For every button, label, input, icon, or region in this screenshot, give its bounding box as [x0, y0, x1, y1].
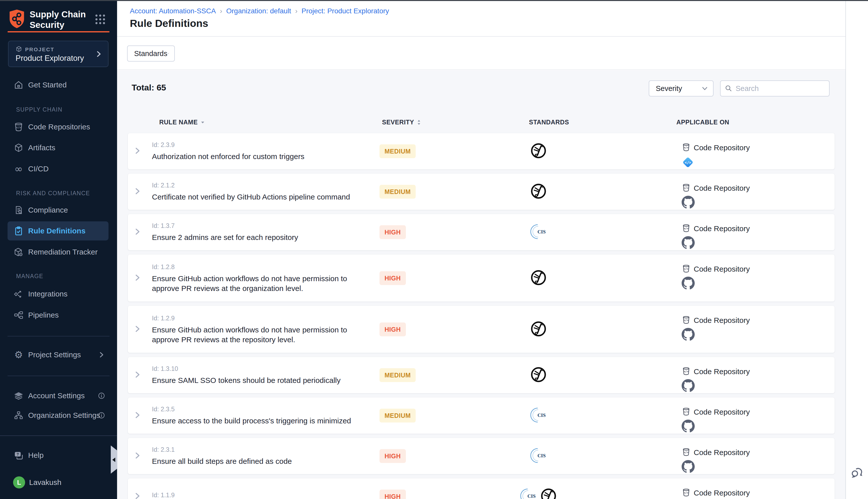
sidebar-item-cicd[interactable]: ∞ CI/CD	[8, 162, 109, 176]
sidebar-item-remediation-tracker[interactable]: Remediation Tracker	[8, 245, 109, 259]
severity-filter-dropdown[interactable]: Severity	[649, 81, 714, 97]
row-expand-chevron-icon[interactable]	[134, 228, 141, 236]
document-search-icon	[13, 205, 24, 216]
chevron-down-icon	[702, 85, 708, 92]
severity-badge: HIGH	[380, 490, 406, 499]
rule-name: Ensure 2 admins are set for each reposit…	[152, 232, 373, 242]
harness-code-icon	[682, 155, 694, 170]
sidebar-collapse-handle[interactable]	[111, 446, 117, 474]
sidebar-item-pipelines[interactable]: Pipelines	[8, 308, 109, 322]
severity-badge: HIGH	[380, 226, 406, 239]
owasp-standard-icon	[530, 320, 547, 338]
severity-badge: HIGH	[380, 322, 406, 336]
right-rail	[845, 1, 868, 499]
help-chat-icon: ?	[13, 450, 24, 461]
sidebar-item-rule-definitions[interactable]: Rule Definitions	[8, 221, 109, 241]
severity-badge: MEDIUM	[380, 368, 416, 382]
table-row[interactable]: Id: 2.1.2 Certificate not verified by Gi…	[128, 174, 834, 210]
sidebar-item-compliance[interactable]: Compliance	[8, 203, 109, 217]
info-icon[interactable]	[98, 392, 105, 399]
sidebar-section-supply-chain: SUPPLY CHAIN	[16, 106, 63, 113]
search-icon	[724, 84, 733, 93]
row-expand-chevron-icon[interactable]	[134, 492, 141, 499]
rule-id: Id: 2.1.2	[152, 182, 373, 189]
page-header: Account: Automation-SSCA › Organization:…	[117, 1, 846, 37]
rule-name: Ensure SAML SSO tokens should be rotated…	[152, 375, 373, 385]
row-expand-chevron-icon[interactable]	[134, 325, 141, 334]
table-row[interactable]: Id: 1.3.10 Ensure SAML SSO tokens should…	[128, 357, 834, 393]
sidebar-footer-divider	[0, 436, 117, 436]
chevron-right-icon	[95, 50, 102, 59]
table-row[interactable]: Id: 2.3.9 Authorization not enforced for…	[128, 133, 834, 169]
table-row[interactable]: Id: 1.3.7 Ensure 2 admins are set for ea…	[128, 214, 834, 250]
breadcrumb-separator-icon: ›	[295, 7, 297, 15]
applicable-on-label: Code Repository	[694, 367, 750, 376]
search-input[interactable]	[736, 84, 819, 93]
table-row[interactable]: Id: 1.2.9 Ensure GitHub action workflows…	[128, 306, 834, 353]
row-expand-chevron-icon[interactable]	[134, 187, 141, 196]
project-cube-icon	[15, 46, 22, 53]
breadcrumb-organization-link[interactable]: Organization: default	[226, 7, 291, 15]
rule-id: Id: 1.3.10	[152, 365, 373, 373]
applicable-on-label: Code Repository	[694, 224, 750, 233]
sidebar-section-manage: MANAGE	[16, 273, 44, 280]
sidebar-user-menu[interactable]: L Lavakush	[8, 475, 109, 489]
sidebar-item-code-repositories[interactable]: Code Repositories	[8, 120, 109, 134]
table-row[interactable]: Id: 1.1.9 HIGH Code Repository	[128, 478, 834, 499]
collapse-left-triangle-icon	[112, 458, 115, 462]
home-icon	[13, 80, 24, 90]
severity-badge: HIGH	[380, 449, 406, 463]
info-icon[interactable]	[98, 412, 105, 419]
column-header-rule-name[interactable]: RULE NAME	[159, 119, 205, 126]
clipboard-check-icon	[13, 226, 24, 236]
column-header-severity[interactable]: SEVERITY	[382, 119, 421, 126]
sidebar-item-help[interactable]: ? Help	[8, 448, 109, 462]
module-grid-icon[interactable]	[95, 14, 106, 26]
standards-filter-bar: Standards	[117, 37, 846, 70]
github-icon	[682, 277, 695, 291]
column-header-applicable-on: APPLICABLE ON	[677, 119, 729, 126]
applicable-on-label: Code Repository	[694, 489, 750, 497]
sidebar-item-get-started[interactable]: Get Started	[8, 78, 109, 92]
sidebar: Supply Chain Security PROJECT Product Ex…	[0, 0, 117, 499]
table-row[interactable]: Id: 2.3.5 Ensure access to the build pro…	[128, 398, 834, 434]
github-icon	[682, 236, 695, 250]
cis-standard-icon	[530, 407, 547, 424]
row-expand-chevron-icon[interactable]	[134, 147, 141, 156]
artifact-cube-icon	[13, 142, 24, 153]
row-expand-chevron-icon[interactable]	[134, 274, 141, 282]
owasp-standard-icon	[530, 183, 547, 200]
chevron-right-icon	[98, 351, 105, 358]
project-selector[interactable]: PROJECT Product Exploratory	[8, 41, 109, 67]
gear-icon: ⚙	[13, 349, 24, 360]
row-expand-chevron-icon[interactable]	[134, 411, 141, 420]
sidebar-item-organization-settings[interactable]: Organization Settings	[8, 408, 109, 422]
applicable-on-label: Code Repository	[694, 448, 750, 457]
github-icon	[682, 460, 695, 474]
org-chart-gear-icon	[13, 410, 24, 421]
breadcrumb-account-link[interactable]: Account: Automation-SSCA	[130, 7, 216, 15]
remediation-cube-icon	[13, 246, 24, 257]
support-chat-icon[interactable]	[850, 465, 864, 480]
sidebar-item-account-settings[interactable]: Account Settings	[8, 389, 109, 403]
table-row[interactable]: Id: 2.3.1 Ensure all build steps are def…	[128, 438, 834, 474]
sidebar-item-project-settings[interactable]: ⚙ Project Settings	[8, 348, 109, 362]
breadcrumb-project-link[interactable]: Project: Product Exploratory	[301, 7, 389, 15]
rule-id: Id: 2.3.9	[152, 141, 373, 148]
code-repository-icon	[682, 488, 691, 498]
cis-standard-icon	[530, 447, 547, 465]
row-expand-chevron-icon[interactable]	[134, 371, 141, 379]
standards-filter-dropdown[interactable]: Standards	[127, 46, 175, 62]
search-box[interactable]	[720, 81, 830, 97]
breadcrumb: Account: Automation-SSCA › Organization:…	[130, 7, 389, 15]
sidebar-item-artifacts[interactable]: Artifacts	[8, 141, 109, 155]
app-title: Supply Chain Security	[30, 9, 86, 30]
github-icon	[682, 419, 695, 434]
rule-name: Ensure GitHub action workflows do not ha…	[152, 325, 373, 344]
row-expand-chevron-icon[interactable]	[134, 452, 141, 460]
sidebar-item-integrations[interactable]: Integrations	[8, 287, 109, 301]
user-name: Lavakush	[29, 478, 61, 487]
supply-chain-security-logo-icon	[9, 9, 25, 30]
sort-desc-icon	[201, 121, 205, 124]
table-row[interactable]: Id: 1.2.8 Ensure GitHub action workflows…	[128, 255, 834, 302]
